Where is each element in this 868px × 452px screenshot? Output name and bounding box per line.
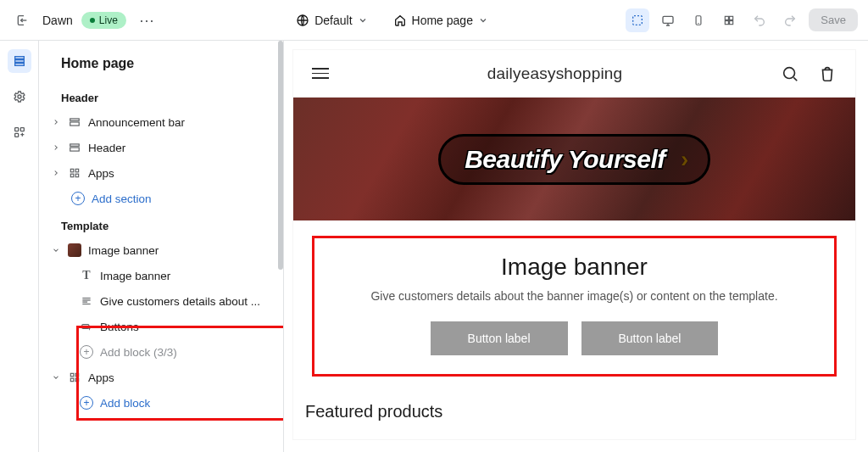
svg-rect-14 (14, 133, 18, 137)
store-name: dailyeasyshopping (487, 64, 623, 83)
svg-rect-7 (730, 20, 733, 24)
svg-rect-9 (14, 60, 24, 63)
svg-point-28 (784, 67, 795, 78)
svg-rect-24 (70, 373, 74, 377)
left-rail (0, 41, 39, 452)
svg-rect-22 (75, 174, 79, 177)
svg-rect-13 (20, 128, 24, 131)
chevron-down-icon (51, 246, 61, 254)
sidebar-item-label: Apps (88, 167, 114, 180)
add-block-label: Add block (100, 397, 150, 410)
sidebar-header-label: Header (39, 83, 283, 109)
annotation-rectangle: Image banner Give customers details abou… (312, 236, 837, 377)
svg-rect-5 (730, 16, 733, 20)
sidebar-block-label: Image banner (100, 270, 170, 282)
undo-button[interactable] (748, 8, 771, 32)
page-label: Home page (412, 14, 473, 27)
chevron-down-icon (51, 373, 61, 382)
mobile-view-button[interactable] (687, 8, 710, 32)
cart-icon[interactable] (818, 64, 837, 83)
section-icon (68, 115, 81, 129)
svg-rect-25 (75, 373, 79, 377)
add-block-disabled-label: Add block (3/3) (100, 346, 177, 359)
svg-rect-1 (633, 15, 643, 25)
svg-point-11 (18, 95, 21, 98)
buttons-icon (80, 320, 93, 333)
live-badge: Live (81, 12, 126, 29)
svg-rect-16 (70, 122, 80, 126)
sidebar-block-text[interactable]: Give customers details about ... (39, 288, 283, 314)
sidebar-item-label: Image banner (88, 244, 159, 257)
rail-settings-button[interactable] (8, 85, 31, 109)
hero-banner: Beautify Yourself › (293, 98, 855, 220)
banner-button-2[interactable]: Button label (581, 321, 719, 355)
image-banner-subtitle: Give customers details about the banner … (323, 289, 826, 303)
globe-icon (296, 14, 309, 27)
sidebar-item-label: Announcement bar (88, 116, 185, 129)
sidebar-block-label: Buttons (100, 321, 139, 333)
chevron-right-icon (51, 143, 61, 152)
svg-rect-23 (82, 325, 89, 329)
sidebar-add-block-apps[interactable]: + Add block (39, 390, 283, 416)
inspector-toggle[interactable] (626, 8, 649, 32)
svg-rect-8 (14, 57, 24, 59)
live-label: Live (99, 14, 118, 26)
page-selector[interactable]: Home page (393, 14, 488, 27)
rail-apps-button[interactable] (8, 120, 31, 144)
hero-text: Beautify Yourself (465, 145, 665, 174)
sidebar: Home page Header Announcement bar Header… (39, 41, 284, 452)
rail-sections-button[interactable] (8, 49, 31, 73)
svg-rect-15 (70, 119, 80, 120)
chevron-right-icon (51, 118, 61, 126)
store-header: dailyeasyshopping (293, 50, 855, 98)
chevron-right-icon: › (674, 148, 696, 170)
add-section-label: Add section (92, 193, 152, 205)
image-banner-section: Image banner Give customers details abou… (293, 220, 855, 400)
image-banner-title: Image banner (323, 254, 826, 281)
featured-products-heading: Featured products (293, 400, 855, 421)
sidebar-scrollbar[interactable] (278, 41, 283, 270)
hamburger-menu-button[interactable] (312, 68, 329, 79)
home-icon (393, 14, 407, 27)
layout-selector[interactable]: Default (296, 14, 367, 27)
apps-icon (68, 166, 81, 180)
layout-label: Default (314, 14, 352, 27)
fullscreen-button[interactable] (717, 8, 741, 32)
sidebar-block-buttons[interactable]: Buttons (39, 314, 283, 339)
sidebar-item-announcement-bar[interactable]: Announcement bar (39, 109, 283, 135)
apps-icon (68, 371, 81, 384)
chevron-right-icon (51, 169, 61, 177)
sidebar-item-header-apps[interactable]: Apps (39, 160, 283, 186)
banner-button-1[interactable]: Button label (431, 321, 568, 355)
desktop-view-button[interactable] (656, 8, 680, 32)
svg-rect-20 (75, 169, 79, 172)
more-actions-button[interactable]: ⋯ (135, 8, 159, 32)
preview-canvas: dailyeasyshopping Beautify Yourself › Im… (292, 49, 856, 440)
topbar: Dawn Live ⋯ Default Home page (0, 0, 868, 41)
topbar-right: Save (626, 8, 858, 32)
exit-editor-button[interactable] (10, 8, 34, 32)
save-button[interactable]: Save (809, 8, 858, 31)
sidebar-item-template-apps[interactable]: Apps (39, 365, 283, 390)
sidebar-block-heading[interactable]: T Image banner (39, 263, 283, 288)
redo-button[interactable] (778, 8, 802, 32)
add-circle-icon: + (71, 192, 85, 205)
live-dot-icon (90, 18, 95, 23)
svg-rect-19 (70, 169, 74, 172)
sidebar-add-section[interactable]: + Add section (39, 186, 283, 211)
sidebar-item-header[interactable]: Header (39, 135, 283, 160)
hero-pill-button[interactable]: Beautify Yourself › (438, 134, 710, 185)
preview-wrap: dailyeasyshopping Beautify Yourself › Im… (284, 41, 868, 452)
store-header-right (781, 64, 837, 83)
svg-rect-12 (14, 128, 18, 131)
topbar-center: Default Home page (159, 14, 626, 27)
topbar-left: Dawn Live ⋯ (10, 8, 159, 32)
svg-rect-10 (14, 64, 24, 66)
svg-rect-18 (70, 148, 80, 151)
chevron-down-icon (478, 15, 488, 25)
chevron-down-icon (358, 15, 368, 25)
thumbnail-icon (68, 243, 81, 257)
sidebar-item-image-banner[interactable]: Image banner (39, 237, 283, 263)
search-icon[interactable] (781, 64, 799, 83)
sidebar-add-block-disabled: + Add block (3/3) (39, 339, 283, 365)
